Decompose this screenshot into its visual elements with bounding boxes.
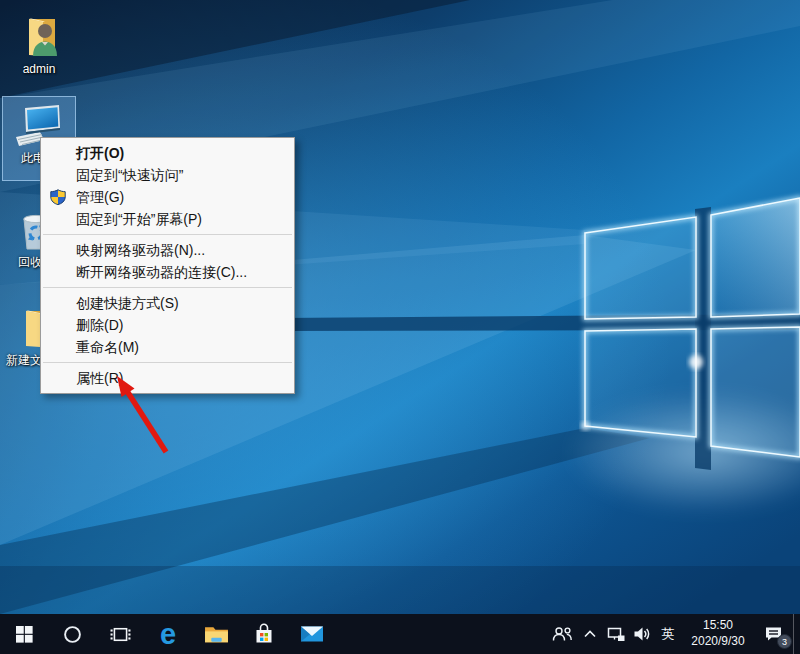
menu-separator bbox=[43, 287, 292, 288]
menu-item-manage[interactable]: 管理(G) bbox=[41, 186, 294, 208]
chevron-up-icon bbox=[583, 629, 597, 639]
taskbar: e bbox=[0, 614, 800, 654]
clock-date: 2020/9/30 bbox=[691, 634, 744, 650]
menu-item-label: 映射网络驱动器(N)... bbox=[76, 242, 205, 258]
network-ethernet-icon bbox=[607, 626, 626, 642]
file-explorer-button[interactable] bbox=[192, 614, 240, 654]
speaker-icon bbox=[633, 626, 652, 642]
network-button[interactable] bbox=[603, 614, 629, 654]
menu-item-pin-start[interactable]: 固定到“开始”屏幕(P) bbox=[41, 208, 294, 230]
menu-item-label: 管理(G) bbox=[76, 189, 124, 205]
cortana-circle-icon bbox=[63, 625, 82, 644]
people-icon bbox=[550, 626, 574, 642]
people-button[interactable] bbox=[547, 614, 577, 654]
mail-icon bbox=[300, 625, 324, 643]
user-folder-icon bbox=[15, 12, 63, 60]
show-hidden-icons-button[interactable] bbox=[577, 614, 603, 654]
menu-item-map-network-drive[interactable]: 映射网络驱动器(N)... bbox=[41, 239, 294, 261]
menu-item-delete[interactable]: 删除(D) bbox=[41, 314, 294, 336]
context-menu: 打开(O) 固定到“快速访问” 管理(G) bbox=[40, 137, 295, 394]
edge-browser-button[interactable]: e bbox=[144, 614, 192, 654]
menu-item-rename[interactable]: 重命名(M) bbox=[41, 336, 294, 358]
menu-item-label: 固定到“快速访问” bbox=[76, 167, 183, 183]
action-center-button[interactable]: 3 bbox=[755, 614, 793, 654]
desktop-icon-label: admin bbox=[23, 63, 56, 77]
mail-button[interactable] bbox=[288, 614, 336, 654]
file-explorer-icon bbox=[204, 624, 229, 645]
start-button[interactable] bbox=[0, 614, 48, 654]
menu-item-label: 属性(R) bbox=[76, 370, 123, 386]
menu-item-label: 重命名(M) bbox=[76, 339, 139, 355]
menu-separator bbox=[43, 234, 292, 235]
menu-item-properties[interactable]: 属性(R) bbox=[41, 367, 294, 389]
clock-time: 15:50 bbox=[703, 618, 733, 634]
notification-count-badge: 3 bbox=[777, 634, 792, 649]
menu-item-label: 打开(O) bbox=[76, 145, 124, 161]
task-view-icon bbox=[110, 626, 131, 643]
windows-desktop-screen: admin 此电脑 bbox=[0, 0, 800, 654]
menu-item-label: 固定到“开始”屏幕(P) bbox=[76, 211, 202, 227]
show-desktop-button[interactable] bbox=[793, 614, 800, 654]
edge-icon: e bbox=[160, 620, 176, 649]
volume-button[interactable] bbox=[629, 614, 655, 654]
windows-logo-icon bbox=[16, 626, 33, 643]
cortana-button[interactable] bbox=[48, 614, 96, 654]
clock[interactable]: 15:50 2020/9/30 bbox=[681, 614, 755, 654]
desktop-icon-admin[interactable]: admin bbox=[3, 8, 75, 77]
store-button[interactable] bbox=[240, 614, 288, 654]
uac-shield-icon bbox=[50, 189, 66, 205]
ime-language-indicator[interactable]: 英 bbox=[655, 614, 681, 654]
menu-item-create-shortcut[interactable]: 创建快捷方式(S) bbox=[41, 292, 294, 314]
task-view-button[interactable] bbox=[96, 614, 144, 654]
menu-item-pin-quick-access[interactable]: 固定到“快速访问” bbox=[41, 164, 294, 186]
menu-item-label: 删除(D) bbox=[76, 317, 123, 333]
system-tray: 英 15:50 2020/9/30 3 bbox=[547, 614, 800, 654]
microsoft-store-icon bbox=[253, 623, 275, 645]
menu-item-label: 创建快捷方式(S) bbox=[76, 295, 179, 311]
menu-separator bbox=[43, 362, 292, 363]
menu-item-disconnect-network-drive[interactable]: 断开网络驱动器的连接(C)... bbox=[41, 261, 294, 283]
menu-item-label: 断开网络驱动器的连接(C)... bbox=[76, 264, 247, 280]
menu-item-open[interactable]: 打开(O) bbox=[41, 142, 294, 164]
